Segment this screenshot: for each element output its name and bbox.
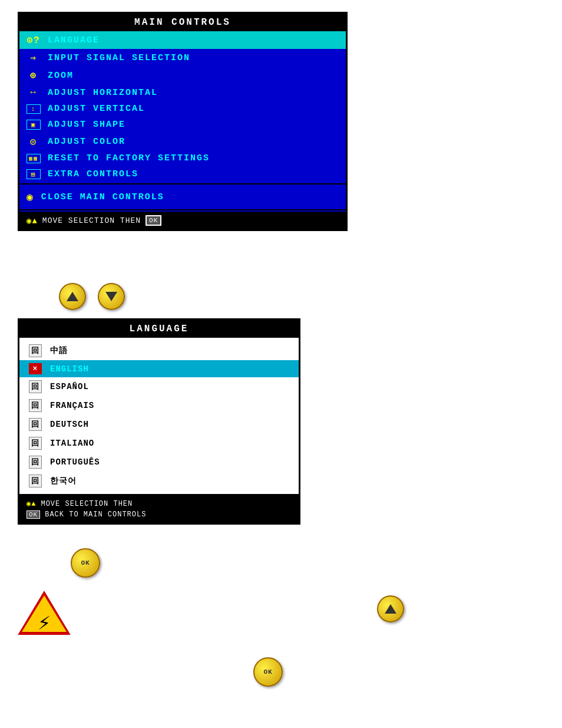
up-triangle-icon [67,292,78,301]
ok-button-1[interactable]: OK [71,548,100,578]
back-ok-icon: OK [27,510,40,519]
language-bottom-bar: ◉▲ MOVE SELECTION THEN OK BACK TO MAIN C… [19,495,299,523]
menu-item-input-signal-label: INPUT SIGNAL SELECTION [48,53,190,63]
main-controls-bottom-bar: ◉▲ MOVE SELECTION THEN OK [19,212,346,229]
espanol-icon: 回 [29,380,42,393]
extra-controls-icon: ▤ [27,169,41,179]
language-panel: LANGUAGE 回 中語 × ENGLISH 回 ESPAÑOL 回 FRAN… [18,318,300,525]
back-to-main-text: BACK TO MAIN CONTROLS [45,510,146,519]
lang-item-italiano[interactable]: 回 ITALIANO [19,434,299,453]
move-selection-text: MOVE SELECTION THEN [41,500,133,508]
ok-circle-icon-1[interactable]: OK [71,548,100,578]
lang-korean-label: 한국어 [50,476,77,486]
warning-triangle: ⚡ [18,589,71,635]
menu-item-reset-factory-label: RESET TO FACTORY SETTINGS [48,153,210,163]
lang-item-chinese[interactable]: 回 中語 [19,341,299,360]
warning-svg: ⚡ [18,589,71,637]
zoom-icon: ⊕ [27,70,41,81]
lang-item-portugues[interactable]: 回 PORTUGUÊS [19,453,299,472]
menu-item-adjust-shape-label: ADJUST SHAPE [48,120,125,130]
down-triangle-icon [105,292,117,301]
portugues-icon: 回 [29,456,42,469]
lang-italiano-label: ITALIANO [50,439,94,448]
language-panel-title: LANGUAGE [19,320,299,338]
lang-item-english[interactable]: × ENGLISH [19,360,299,377]
svg-text:⚡: ⚡ [38,612,51,636]
nav-up-button[interactable] [59,283,86,310]
ok-button-2[interactable]: OK [253,657,283,687]
input-signal-icon: ⇒ [27,52,41,64]
menu-item-adjust-vertical[interactable]: ↕ ADJUST VERTICAL [19,101,346,117]
main-controls-panel: MAIN CONTROLS ⊙? LANGUAGE ⇒ INPUT SIGNAL… [18,12,348,231]
close-main-controls[interactable]: ◉ CLOSE MAIN CONTROLS [19,186,346,208]
italiano-icon: 回 [29,437,42,450]
ok-icon-bottom: OK [146,215,161,226]
menu-item-adjust-horizontal[interactable]: ↔ ADJUST HORIZONTAL [19,84,346,101]
lang-english-label: ENGLISH [50,364,89,374]
lang-item-espanol[interactable]: 回 ESPAÑOL [19,377,299,396]
menu-item-zoom[interactable]: ⊕ ZOOM [19,67,346,84]
lang-item-korean[interactable]: 回 한국어 [19,472,299,490]
close-icon: ◉ [27,190,34,203]
lang-deutsch-label: DEUTSCH [50,420,89,429]
menu-item-extra-controls-label: EXTRA CONTROLS [48,169,138,179]
nav-down-button[interactable] [98,283,125,310]
reset-factory-icon: ▦▦ [27,154,41,163]
francais-icon: 回 [29,399,42,412]
lang-bottom-line-2: OK BACK TO MAIN CONTROLS [27,509,292,520]
deutsch-icon: 回 [29,418,42,431]
english-icon: × [29,363,42,374]
menu-item-extra-controls[interactable]: ▤ EXTRA CONTROLS [19,166,346,182]
menu-item-adjust-color[interactable]: ◎ ADJUST COLOR [19,133,346,150]
up-right-icon [385,604,396,614]
lang-portugues-label: PORTUGUÊS [50,457,100,467]
language-icon: ⊙? [27,34,41,46]
nav-buttons [59,283,125,310]
menu-item-input-signal[interactable]: ⇒ INPUT SIGNAL SELECTION [19,49,346,67]
move-selection-icon: ◉▲ [27,499,36,508]
chinese-icon: 回 [29,344,42,357]
bottom-bar-text: MOVE SELECTION THEN [42,216,141,225]
ok-label-2: OK [263,668,272,676]
menu-item-reset-factory[interactable]: ▦▦ RESET TO FACTORY SETTINGS [19,150,346,166]
lang-espanol-label: ESPAÑOL [50,382,89,391]
menu-item-adjust-horizontal-label: ADJUST HORIZONTAL [48,88,158,98]
ok-circle-icon-2[interactable]: OK [253,657,283,687]
menu-item-language[interactable]: ⊙? LANGUAGE [19,31,346,49]
ok-label-1: OK [81,559,90,566]
menu-item-language-label: LANGUAGE [48,35,100,45]
adjust-color-icon: ◎ [27,136,41,147]
menu-item-adjust-color-label: ADJUST COLOR [48,137,125,147]
lang-francais-label: FRANÇAIS [50,401,94,410]
lang-item-deutsch[interactable]: 回 DEUTSCH [19,415,299,434]
warning-icon: ⚡ [18,589,71,635]
adjust-vertical-icon: ↕ [27,104,41,114]
divider-1 [19,183,346,185]
main-controls-title: MAIN CONTROLS [19,14,346,31]
nav-up-right-button[interactable] [377,595,404,622]
adjust-horizontal-icon: ↔ [27,87,41,98]
lang-chinese-label: 中語 [50,345,68,356]
menu-item-adjust-vertical-label: ADJUST VERTICAL [48,104,145,114]
korean-icon: 回 [29,475,42,487]
menu-item-adjust-shape[interactable]: ▣ ADJUST SHAPE [19,117,346,133]
adjust-shape-icon: ▣ [27,120,41,130]
lang-bottom-line-1: ◉▲ MOVE SELECTION THEN [27,498,292,509]
divider-2 [19,209,346,210]
close-main-controls-label: CLOSE MAIN CONTROLS [41,192,164,202]
up-right-triangle[interactable] [377,595,404,622]
lang-item-francais[interactable]: 回 FRANÇAIS [19,396,299,415]
move-icons: ◉▲ [27,216,38,226]
menu-item-zoom-label: ZOOM [48,71,74,81]
